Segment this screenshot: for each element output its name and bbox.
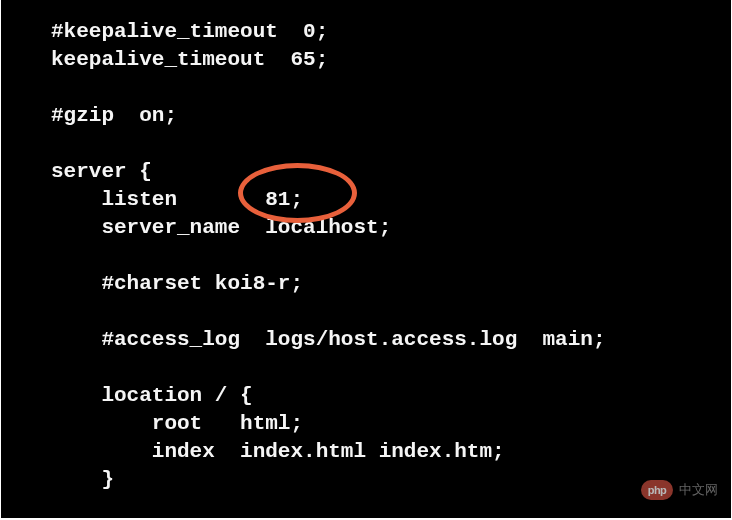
code-line	[1, 130, 731, 158]
code-line: #access_log logs/host.access.log main;	[1, 326, 731, 354]
code-line: }	[1, 466, 731, 494]
code-line: server {	[1, 158, 731, 186]
code-line: #keepalive_timeout 0;	[1, 18, 731, 46]
code-line: index index.html index.htm;	[1, 438, 731, 466]
watermark: php 中文网	[641, 480, 718, 500]
code-line	[1, 298, 731, 326]
code-line: listen 81;	[1, 186, 731, 214]
code-line: location / {	[1, 382, 731, 410]
watermark-text: 中文网	[679, 481, 718, 499]
terminal-window: #keepalive_timeout 0;keepalive_timeout 6…	[1, 0, 731, 518]
code-line: server_name localhost;	[1, 214, 731, 242]
code-line	[1, 354, 731, 382]
watermark-badge: php	[641, 480, 673, 500]
code-line: #gzip on;	[1, 102, 731, 130]
code-line: keepalive_timeout 65;	[1, 46, 731, 74]
code-line	[1, 242, 731, 270]
code-line: #charset koi8-r;	[1, 270, 731, 298]
code-block: #keepalive_timeout 0;keepalive_timeout 6…	[1, 18, 731, 494]
code-line: root html;	[1, 410, 731, 438]
code-line	[1, 74, 731, 102]
